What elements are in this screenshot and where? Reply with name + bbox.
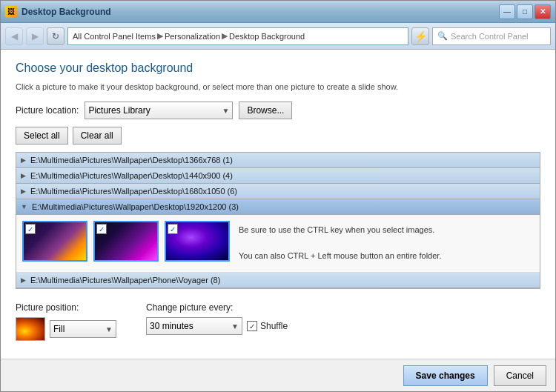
- folder-row-1920[interactable]: ▼ E:\Multimedia\Pictures\Wallpaper\Deskt…: [16, 199, 540, 215]
- chevron-right-icon: ▶: [21, 276, 26, 284]
- change-picture-value: 30 minutes: [150, 321, 193, 331]
- folder-row-1680[interactable]: ▶ E:\Multimedia\Pictures\Wallpaper\Deskt…: [16, 184, 540, 199]
- browse-button[interactable]: Browse...: [239, 102, 292, 119]
- images-grid: ✓ ✓ ✓ Be sure to use the: [16, 215, 540, 273]
- title-bar: 🖼 Desktop Background — □ ✕: [1, 1, 555, 23]
- fill-value: Fill: [53, 324, 64, 334]
- search-placeholder: Search Control Panel: [451, 32, 529, 41]
- chevron-right-icon: ▶: [21, 172, 26, 179]
- page-subtitle: Click a picture to make it your desktop …: [16, 82, 540, 91]
- change-picture-dropdown[interactable]: 30 minutes ▼: [146, 317, 242, 335]
- folder-row-1440[interactable]: ▶ E:\Multimedia\Pictures\Wallpaper\Deskt…: [16, 168, 540, 184]
- folder-row-1366[interactable]: ▶ E:\Multimedia\Pictures\Wallpaper\Deskt…: [16, 153, 540, 168]
- select-all-button[interactable]: Select all: [16, 127, 68, 144]
- thumb-3-container[interactable]: ✓: [165, 221, 230, 262]
- folder-path-2: E:\Multimedia\Pictures\Wallpaper\Desktop…: [30, 171, 233, 180]
- info-line-1: Be sure to use the CTRL key when you sel…: [239, 224, 531, 237]
- position-preview-thumb: [16, 317, 45, 341]
- maximize-button[interactable]: □: [517, 4, 533, 19]
- search-box[interactable]: 🔍 Search Control Panel: [432, 27, 551, 45]
- thumb-1-container[interactable]: ✓: [22, 221, 87, 262]
- shuffle-text: Shuffle: [260, 321, 288, 331]
- fill-chevron-icon: ▼: [105, 325, 113, 333]
- go-button[interactable]: ⚡: [411, 27, 429, 45]
- title-bar-text: Desktop Background: [21, 7, 111, 17]
- title-bar-controls: — □ ✕: [499, 4, 551, 19]
- minimize-button[interactable]: —: [499, 4, 515, 19]
- picture-location-dropdown[interactable]: Pictures Library ▼: [85, 102, 233, 119]
- footer: Save changes Cancel: [1, 359, 555, 391]
- chevron-right-icon: ▶: [21, 187, 26, 195]
- address-bar: ◀ ▶ ↻ All Control Panel Items ▶ Personal…: [1, 23, 555, 50]
- picture-position-row: Fill ▼: [16, 317, 116, 341]
- thumb-1-checkbox[interactable]: ✓: [25, 224, 36, 234]
- change-picture-group: Change picture every: 30 minutes ▼ ✓ Shu…: [146, 302, 288, 335]
- breadcrumb-sep-2: ▶: [222, 31, 228, 41]
- picture-position-group: Picture position: Fill ▼: [16, 302, 116, 341]
- action-buttons: Select all Clear all: [16, 127, 540, 144]
- thumb-2-checkbox[interactable]: ✓: [96, 224, 107, 234]
- folder-path-3: E:\Multimedia\Pictures\Wallpaper\Desktop…: [30, 187, 237, 196]
- main-content: Choose your desktop background Click a p…: [1, 50, 555, 359]
- change-picture-label: Change picture every:: [146, 302, 288, 313]
- folder-path-5: E:\Multimedia\Pictures\Wallpaper\Phone\V…: [30, 276, 220, 285]
- save-changes-button[interactable]: Save changes: [403, 365, 488, 386]
- chevron-right-icon: ▶: [21, 156, 26, 164]
- address-field[interactable]: All Control Panel Items ▶ Personalizatio…: [67, 27, 408, 45]
- chevron-down-icon: ▼: [222, 107, 229, 115]
- bottom-options: Picture position: Fill ▼ Change picture …: [16, 296, 540, 347]
- search-icon: 🔍: [437, 31, 448, 41]
- change-picture-row: 30 minutes ▼ ✓ Shuffle: [146, 317, 288, 335]
- folder-path-4: E:\Multimedia\Pictures\Wallpaper\Desktop…: [32, 202, 239, 211]
- change-chevron-icon: ▼: [231, 322, 239, 330]
- breadcrumb-item-3[interactable]: Desktop Background: [229, 32, 305, 41]
- image-list[interactable]: ▶ E:\Multimedia\Pictures\Wallpaper\Deskt…: [16, 152, 540, 289]
- back-button[interactable]: ◀: [5, 27, 23, 45]
- breadcrumb-item-2[interactable]: Personalization: [165, 32, 220, 41]
- thumbnail-3[interactable]: ✓: [165, 221, 230, 262]
- breadcrumb-sep-1: ▶: [157, 31, 163, 41]
- page-title: Choose your desktop background: [16, 62, 540, 75]
- picture-position-label: Picture position:: [16, 302, 116, 313]
- image-thumbs: ✓ ✓ ✓: [22, 221, 230, 262]
- info-line-2: You can also CTRL + Left mouse button an…: [239, 250, 531, 263]
- chevron-down-icon: ▼: [21, 203, 27, 210]
- clear-all-button[interactable]: Clear all: [73, 127, 122, 144]
- shuffle-checkbox[interactable]: ✓: [247, 321, 257, 331]
- picture-location-label: Picture location:: [16, 105, 79, 116]
- folder-row-voyager[interactable]: ▶ E:\Multimedia\Pictures\Wallpaper\Phone…: [16, 273, 540, 288]
- title-bar-left: 🖼 Desktop Background: [5, 6, 111, 18]
- window-icon: 🖼: [5, 6, 17, 18]
- thumbnail-2[interactable]: ✓: [93, 221, 159, 262]
- cancel-button[interactable]: Cancel: [494, 365, 546, 386]
- forward-button[interactable]: ▶: [26, 27, 44, 45]
- close-button[interactable]: ✕: [535, 4, 551, 19]
- info-text: Be sure to use the CTRL key when you sel…: [236, 221, 534, 266]
- picture-location-value: Pictures Library: [88, 105, 150, 116]
- thumbnail-1[interactable]: ✓: [22, 221, 87, 262]
- main-window: 🖼 Desktop Background — □ ✕ ◀ ▶ ↻ All Con…: [0, 0, 556, 392]
- shuffle-label[interactable]: ✓ Shuffle: [247, 321, 288, 331]
- picture-location-row: Picture location: Pictures Library ▼ Bro…: [16, 102, 540, 119]
- fill-dropdown[interactable]: Fill ▼: [50, 320, 116, 338]
- thumb-2-container[interactable]: ✓: [93, 221, 159, 262]
- thumb-3-checkbox[interactable]: ✓: [168, 224, 178, 234]
- breadcrumb-item-1[interactable]: All Control Panel Items: [73, 32, 156, 41]
- folder-path-1: E:\Multimedia\Pictures\Wallpaper\Desktop…: [30, 156, 233, 165]
- refresh-button[interactable]: ↻: [47, 27, 64, 45]
- breadcrumb: All Control Panel Items ▶ Personalizatio…: [73, 31, 305, 41]
